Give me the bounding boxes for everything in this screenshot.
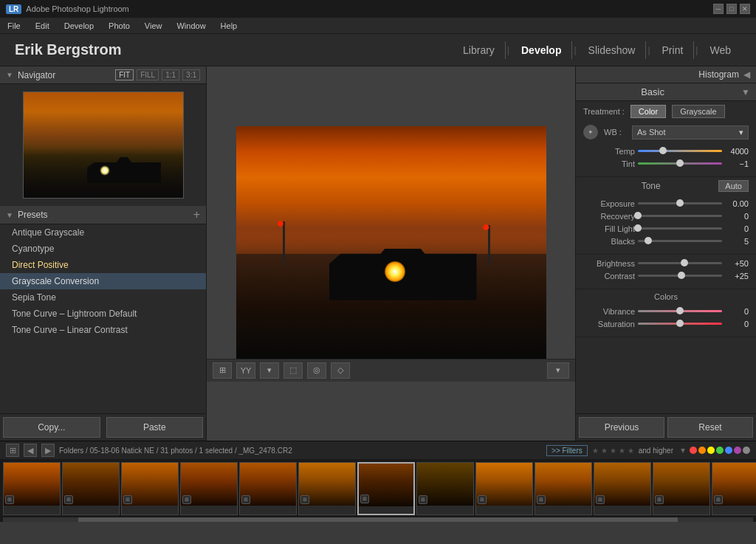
vibrance-thumb[interactable] <box>676 307 684 314</box>
auto-button[interactable]: Auto <box>718 180 749 192</box>
recovery-slider[interactable] <box>638 212 722 221</box>
recovery-thumb[interactable] <box>634 212 642 219</box>
navigator-thumbnail[interactable] <box>23 92 184 199</box>
filmstrip-thumb-2[interactable]: ⊞ <box>62 462 120 515</box>
nav-slideshow[interactable]: Slideshow <box>578 41 647 59</box>
nav-3-1[interactable]: 3:1 <box>182 69 200 80</box>
menu-view[interactable]: View <box>142 20 165 32</box>
survey-button[interactable]: ▾ <box>260 362 279 379</box>
contrast-slider[interactable] <box>638 272 722 280</box>
compare-button[interactable]: YY <box>236 362 255 379</box>
filmstrip-thumb-12[interactable]: ⊞ <box>653 462 710 515</box>
color-dot-purple[interactable] <box>734 447 741 454</box>
tint-thumb[interactable] <box>676 159 684 167</box>
saturation-thumb[interactable] <box>676 320 684 327</box>
add-preset-button[interactable]: + <box>193 209 200 221</box>
nav-fill[interactable]: FILL <box>137 69 159 80</box>
menu-window[interactable]: Window <box>173 20 208 32</box>
nav-library[interactable]: Library <box>453 41 506 59</box>
temp-thumb[interactable] <box>659 147 667 154</box>
fill-light-thumb[interactable] <box>634 224 642 232</box>
preset-sepia-tone[interactable]: Sepia Tone <box>0 289 206 306</box>
filmstrip-thumb-11[interactable]: ⊞ <box>594 462 651 515</box>
star-4[interactable]: ★ <box>619 447 625 455</box>
brightness-thumb[interactable] <box>681 259 688 266</box>
treatment-color-button[interactable]: Color <box>630 105 666 118</box>
nav-1-1[interactable]: 1:1 <box>162 69 179 80</box>
preset-cyanotype[interactable]: Cyanotype <box>0 241 206 257</box>
color-dot-blue[interactable] <box>725 447 732 454</box>
menu-file[interactable]: File <box>4 20 24 32</box>
star-2[interactable]: ★ <box>601 447 608 455</box>
star-3[interactable]: ★ <box>610 447 616 455</box>
filmstrip-thumb-9[interactable]: ⊞ <box>475 462 533 515</box>
crop-button[interactable]: ⬚ <box>284 362 303 379</box>
preset-direct-positive[interactable]: Direct Positive <box>0 257 206 273</box>
minimize-button[interactable]: ─ <box>713 4 724 14</box>
exposure-slider[interactable] <box>638 199 722 208</box>
color-dot-red[interactable] <box>690 447 697 454</box>
close-button[interactable]: ✕ <box>740 4 750 14</box>
main-image[interactable] <box>236 126 546 359</box>
mode-dropdown[interactable]: ▾ <box>547 362 569 379</box>
copy-button[interactable]: Copy... <box>3 417 100 438</box>
filmstrip-scrollbar[interactable] <box>3 517 753 522</box>
filmstrip-thumb-8[interactable]: ⊞ <box>416 462 474 515</box>
reset-button[interactable]: Reset <box>667 417 753 438</box>
wb-dropdown[interactable]: As Shot ▾ <box>632 125 749 140</box>
preset-tone-curve-linear[interactable]: Tone Curve – Linear Contrast <box>0 322 206 338</box>
contrast-thumb[interactable] <box>678 272 685 279</box>
vibrance-slider[interactable] <box>638 307 722 316</box>
blacks-thumb[interactable] <box>645 237 652 244</box>
nav-web[interactable]: Web <box>699 41 741 59</box>
filmstrip-thumb-1[interactable]: ⊞ <box>3 462 61 515</box>
preset-grayscale-conversion[interactable]: Grayscale Conversion <box>0 273 206 289</box>
filmstrip-thumb-3[interactable]: ⊞ <box>121 462 179 515</box>
filmstrip-thumb-7[interactable]: ⊞ <box>357 462 415 515</box>
nav-fit[interactable]: FIT <box>115 69 134 80</box>
tone-label: Tone <box>583 181 718 191</box>
grid-view-button[interactable]: ⊞ <box>213 362 232 379</box>
previous-button[interactable]: Previous <box>579 417 664 438</box>
filmstrip-thumb-10[interactable]: ⊞ <box>535 462 592 515</box>
thumb-badge-11: ⊞ <box>596 495 605 504</box>
preset-tone-curve-lightroom[interactable]: Tone Curve – Lightroom Default <box>0 306 206 322</box>
preset-antique-grayscale[interactable]: Antique Grayscale <box>0 224 206 241</box>
brightness-slider[interactable] <box>638 259 722 268</box>
filmstrip-next-button[interactable]: ▶ <box>41 444 55 457</box>
image-signal-right <box>488 225 490 266</box>
filmstrip-thumb-6[interactable]: ⊞ <box>298 462 356 515</box>
color-dot-green[interactable] <box>716 447 724 454</box>
exposure-thumb[interactable] <box>676 199 684 207</box>
tint-slider[interactable] <box>638 159 722 168</box>
nav-develop[interactable]: Develop <box>511 41 572 59</box>
paste-button[interactable]: Paste <box>106 417 204 438</box>
treatment-grayscale-button[interactable]: Grayscale <box>672 105 725 118</box>
maximize-button[interactable]: □ <box>726 4 737 14</box>
menu-edit[interactable]: Edit <box>32 20 52 32</box>
menu-help[interactable]: Help <box>218 20 241 32</box>
basic-expand[interactable]: ▼ <box>667 87 750 97</box>
blacks-slider[interactable] <box>638 237 722 246</box>
menu-photo[interactable]: Photo <box>106 20 133 32</box>
filmstrip-prev-button[interactable]: ◀ <box>24 444 37 457</box>
temp-slider[interactable] <box>638 147 722 156</box>
histogram-collapse[interactable]: ◀ <box>743 69 750 80</box>
fill-light-slider[interactable] <box>638 224 722 233</box>
nav-print[interactable]: Print <box>652 41 695 59</box>
filmstrip-grid-button[interactable]: ⊞ <box>6 444 19 457</box>
color-dot-yellow[interactable] <box>707 447 715 454</box>
red-eye-button[interactable]: ◇ <box>331 362 350 379</box>
color-dot-gray[interactable] <box>743 447 750 454</box>
filters-button[interactable]: >> Filters <box>546 445 588 456</box>
saturation-slider[interactable] <box>638 320 722 328</box>
star-1[interactable]: ★ <box>592 447 599 455</box>
scrollbar-thumb[interactable] <box>78 517 678 522</box>
filmstrip-thumb-13[interactable]: ⊞ <box>712 462 756 515</box>
star-5[interactable]: ★ <box>628 447 634 455</box>
spot-removal-button[interactable]: ◎ <box>307 362 326 379</box>
filmstrip-thumb-5[interactable]: ⊞ <box>239 462 297 515</box>
menu-develop[interactable]: Develop <box>61 20 97 32</box>
filmstrip-thumb-4[interactable]: ⊞ <box>180 462 238 515</box>
color-dot-orange[interactable] <box>698 447 706 454</box>
